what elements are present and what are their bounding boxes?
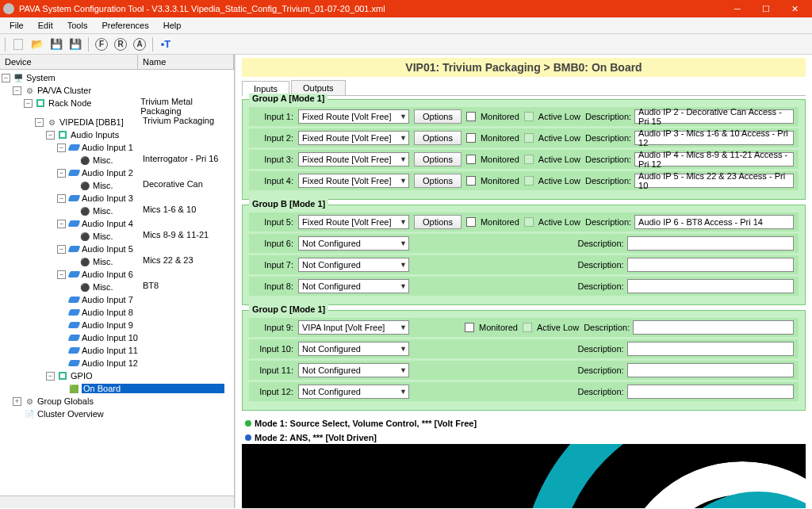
open-icon[interactable]: 📂 — [29, 36, 45, 52]
expander-icon[interactable]: − — [35, 118, 44, 127]
monitored-checkbox-1[interactable] — [466, 112, 476, 121]
monitored-checkbox-5[interactable] — [466, 217, 476, 227]
description-field-3[interactable]: Audio IP 4 - Mics 8-9 & 11-21 Access - P… — [634, 152, 794, 166]
monitored-checkbox-9[interactable] — [465, 323, 474, 332]
letter-f-icon[interactable]: F — [94, 36, 109, 52]
expander-icon[interactable]: − — [24, 99, 33, 108]
tree-ai3[interactable]: Audio Input 3 — [82, 193, 133, 203]
expander-icon[interactable]: − — [57, 194, 66, 203]
route-select-9[interactable]: VIPA Input [Volt Free]▼ — [298, 320, 409, 335]
activelow-checkbox-1[interactable] — [524, 112, 534, 121]
text-tool-icon[interactable]: •T — [158, 36, 174, 52]
tree-ai1[interactable]: Audio Input 1 — [82, 143, 133, 152]
tree-ai9[interactable]: Audio Input 9 — [82, 320, 133, 330]
activelow-checkbox-5[interactable] — [524, 217, 534, 227]
monitored-checkbox-2[interactable] — [466, 133, 476, 143]
expander-icon[interactable]: − — [57, 270, 66, 279]
tree-gpio[interactable]: GPIO — [71, 371, 93, 381]
menu-tools[interactable]: Tools — [61, 19, 94, 32]
expander-icon[interactable]: + — [13, 397, 21, 406]
tree-cluster-overview[interactable]: Cluster Overview — [37, 409, 104, 419]
tree-ai7[interactable]: Audio Input 7 — [82, 295, 133, 304]
expander-icon[interactable]: − — [46, 131, 55, 140]
description-field-9[interactable] — [633, 320, 794, 335]
save-icon[interactable]: 💾 — [48, 36, 64, 52]
options-button-3[interactable]: Options — [414, 152, 462, 166]
tree-ai3-misc[interactable]: Misc. — [93, 206, 113, 216]
new-icon[interactable] — [10, 36, 26, 52]
tree-vipedia[interactable]: VIPEDIA [DBB1] — [59, 117, 124, 127]
description-field-5[interactable]: Audio IP 6 - BT8 Access - Pri 14 — [634, 215, 794, 229]
route-select-6[interactable]: Not Configured▼ — [298, 236, 409, 251]
route-select-11[interactable]: Not Configured▼ — [298, 363, 409, 377]
expander-icon[interactable]: − — [46, 372, 55, 381]
horizontal-scrollbar[interactable] — [0, 496, 234, 508]
route-select-8[interactable]: Not Configured▼ — [298, 279, 409, 293]
route-select-7[interactable]: Not Configured▼ — [298, 258, 409, 272]
tree-cluster[interactable]: PA/VA Cluster — [37, 86, 91, 95]
activelow-checkbox-2[interactable] — [524, 133, 534, 143]
options-button-1[interactable]: Options — [414, 109, 462, 124]
tree-group-globals[interactable]: Group Globals — [37, 396, 94, 406]
route-select-5[interactable]: Fixed Route [Volt Free]▼ — [298, 215, 409, 229]
description-field-6[interactable] — [627, 236, 795, 251]
tree-ai10[interactable]: Audio Input 10 — [82, 333, 138, 343]
saveas-icon[interactable]: 💾 — [67, 36, 83, 52]
tree-rack[interactable]: Rack Node — [48, 98, 91, 108]
description-field-8[interactable] — [627, 279, 795, 293]
description-field-12[interactable] — [627, 385, 795, 399]
description-field-7[interactable] — [627, 258, 795, 272]
expander-icon[interactable]: − — [57, 144, 66, 152]
activelow-checkbox-3[interactable] — [524, 155, 534, 164]
tree-ai6[interactable]: Audio Input 6 — [82, 270, 133, 279]
tree-ai11[interactable]: Audio Input 11 — [82, 346, 138, 355]
expander-icon[interactable]: − — [13, 86, 21, 95]
expander-icon[interactable]: − — [2, 74, 10, 82]
expander-icon[interactable]: − — [57, 220, 66, 228]
tree-audio-inputs[interactable]: Audio Inputs — [71, 130, 119, 140]
route-select-10[interactable]: Not Configured▼ — [298, 342, 409, 356]
description-field-10[interactable] — [627, 342, 795, 356]
route-select-3[interactable]: Fixed Route [Volt Free]▼ — [298, 152, 409, 166]
tree-ai4[interactable]: Audio Input 4 — [82, 219, 133, 228]
options-button-4[interactable]: Options — [414, 174, 462, 188]
description-field-2[interactable]: Audio IP 3 - Mics 1-6 & 10 Access - Pri … — [634, 131, 794, 145]
route-select-4[interactable]: Fixed Route [Volt Free]▼ — [298, 174, 409, 188]
menu-help[interactable]: Help — [157, 19, 188, 32]
expander-icon[interactable]: − — [57, 245, 66, 254]
description-field-4[interactable]: Audio IP 5 - Mics 22 & 23 Access - Pri 1… — [634, 174, 794, 188]
route-select-2[interactable]: Fixed Route [Volt Free]▼ — [298, 131, 409, 145]
tree-ai2-misc[interactable]: Misc. — [93, 181, 113, 190]
tree-ai5[interactable]: Audio Input 5 — [82, 244, 133, 254]
route-select-1[interactable]: Fixed Route [Volt Free]▼ — [298, 109, 409, 124]
description-field-11[interactable] — [627, 363, 795, 377]
route-select-12[interactable]: Not Configured▼ — [298, 385, 409, 399]
tree-ai4-misc[interactable]: Misc. — [93, 232, 113, 241]
activelow-checkbox-4[interactable] — [524, 176, 534, 186]
menu-file[interactable]: File — [3, 19, 30, 32]
tree-header-device[interactable]: Device — [0, 55, 138, 69]
menu-edit[interactable]: Edit — [32, 19, 59, 32]
maximize-button[interactable]: ☐ — [752, 0, 780, 17]
menu-preferences[interactable]: Preferences — [95, 19, 155, 32]
monitored-checkbox-3[interactable] — [466, 155, 476, 164]
tree[interactable]: −🖥️System −⚙PA/VA Cluster −Rack NodeTriv… — [0, 70, 234, 496]
letter-r-icon[interactable]: R — [113, 36, 128, 52]
close-button[interactable]: ✕ — [780, 0, 809, 17]
tree-ai1-misc[interactable]: Misc. — [93, 155, 113, 165]
letter-a-icon[interactable]: A — [132, 36, 147, 52]
options-button-2[interactable]: Options — [414, 131, 462, 145]
minimize-button[interactable]: ─ — [723, 0, 752, 17]
monitored-checkbox-4[interactable] — [466, 176, 476, 186]
options-button-5[interactable]: Options — [414, 215, 462, 229]
activelow-checkbox-9[interactable] — [523, 323, 532, 332]
tree-system[interactable]: System — [26, 73, 56, 82]
tree-ai5-misc[interactable]: Misc. — [93, 257, 113, 266]
tree-onboard[interactable]: On Board — [82, 384, 224, 393]
description-field-1[interactable]: Audio IP 2 - Decorative Can Access - Pri… — [634, 109, 794, 124]
expander-icon[interactable]: − — [57, 169, 66, 178]
tree-header-name[interactable]: Name — [138, 55, 234, 69]
tree-ai6-misc[interactable]: Misc. — [93, 282, 113, 292]
tree-ai2[interactable]: Audio Input 2 — [82, 168, 133, 178]
tree-ai8[interactable]: Audio Input 8 — [82, 308, 133, 317]
